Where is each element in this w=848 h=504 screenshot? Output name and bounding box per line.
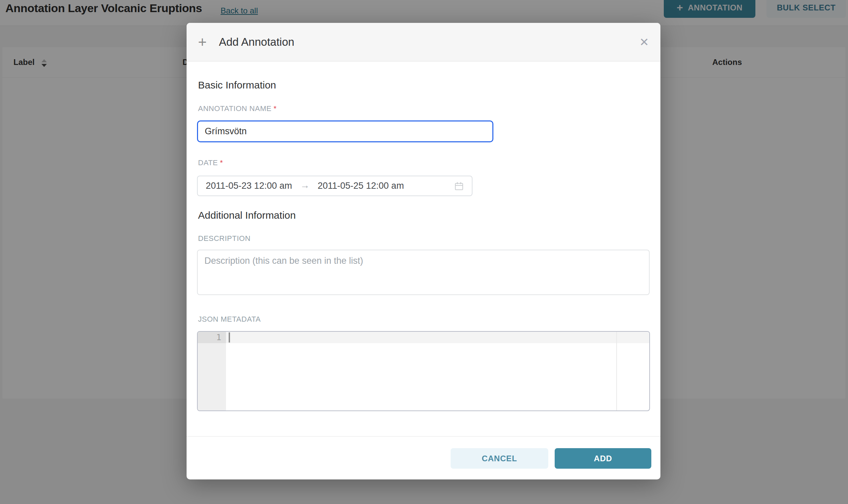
date-start-value: 2011-05-23 12:00 am xyxy=(206,181,292,191)
arrow-right-icon: → xyxy=(300,180,310,191)
cancel-button[interactable]: CANCEL xyxy=(451,448,548,469)
plus-icon: + xyxy=(198,35,207,50)
required-asterisk: * xyxy=(274,104,277,113)
editor-gutter xyxy=(198,332,226,411)
screen: Annotation Layer Volcanic Eruptions Back… xyxy=(0,0,848,504)
date-label: DATE* xyxy=(198,159,223,167)
date-range-picker[interactable]: 2011-05-23 12:00 am → 2011-05-25 12:00 a… xyxy=(197,176,472,196)
annotation-name-label: ANNOTATION NAME* xyxy=(198,104,277,113)
editor-active-line-highlight xyxy=(226,332,649,343)
add-button[interactable]: ADD xyxy=(555,448,651,469)
json-metadata-label: JSON METADATA xyxy=(198,315,261,324)
add-annotation-modal: + Add Annotation ✕ Basic Information ANN… xyxy=(187,23,660,480)
description-textarea[interactable] xyxy=(197,250,650,295)
description-label: DESCRIPTION xyxy=(198,234,250,243)
calendar-icon xyxy=(454,181,464,191)
modal-header: + Add Annotation ✕ xyxy=(187,23,660,61)
modal-footer-divider xyxy=(187,436,660,437)
section-additional-information: Additional Information xyxy=(198,210,296,221)
close-icon[interactable]: ✕ xyxy=(640,36,649,48)
annotation-name-label-text: ANNOTATION NAME xyxy=(198,104,272,113)
date-label-text: DATE xyxy=(198,159,218,167)
json-metadata-editor[interactable]: 1 xyxy=(197,331,650,411)
annotation-name-input[interactable] xyxy=(197,121,494,142)
editor-line-number: 1 xyxy=(198,332,221,343)
date-end-value: 2011-05-25 12:00 am xyxy=(317,181,404,191)
editor-print-margin xyxy=(616,332,617,411)
required-asterisk: * xyxy=(220,159,223,167)
modal-title: Add Annotation xyxy=(219,36,294,49)
section-basic-information: Basic Information xyxy=(198,79,276,91)
editor-text-cursor xyxy=(229,332,230,342)
